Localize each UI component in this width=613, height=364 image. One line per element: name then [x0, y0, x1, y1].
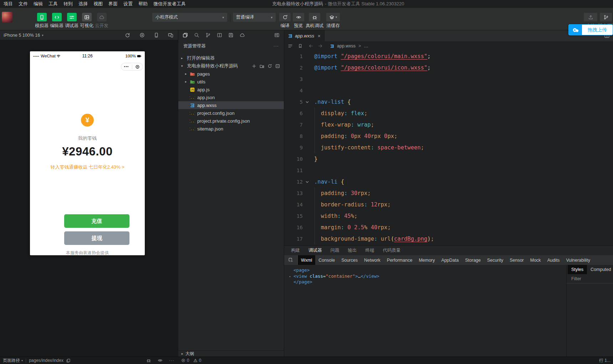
capsule-more-button[interactable]: •••: [121, 65, 132, 68]
menu-item-帮助[interactable]: 帮助: [138, 1, 148, 7]
refresh-explorer-icon[interactable]: [267, 64, 272, 68]
code-line-2[interactable]: 2@import "/pages/colorui/icon.wxss";: [284, 62, 613, 73]
tree-item-project-config-json[interactable]: {..}project.config.json: [178, 109, 284, 117]
more-icon[interactable]: ···: [169, 358, 174, 363]
debug-icon[interactable]: [146, 358, 151, 363]
devtools-tab-memory[interactable]: Memory: [415, 255, 438, 265]
devtools-tab-console[interactable]: Console: [315, 255, 338, 265]
menu-item-微信开发者工具[interactable]: 微信开发者工具: [153, 1, 186, 7]
cloud-icon[interactable]: [240, 32, 245, 38]
new-folder-icon[interactable]: [260, 64, 264, 68]
code-line-10[interactable]: 10}: [284, 153, 613, 165]
devtools-tab-mock[interactable]: Mock: [527, 255, 544, 265]
tree-item-sitemap-json[interactable]: {..}sitemap.json: [178, 125, 284, 133]
code-line-11[interactable]: 11: [284, 165, 613, 176]
tree-section-open-editors[interactable]: ▸打开的编辑器: [178, 54, 284, 62]
lingqiantong-link[interactable]: 转入零钱通赚收益 七日年化2.43% >: [30, 164, 145, 170]
panel-toggle-icon[interactable]: [274, 32, 280, 38]
code-line-6[interactable]: 6 display: flex;: [284, 108, 613, 119]
tree-item-app-json[interactable]: {..}app.json: [178, 93, 284, 101]
devtools-tab-wxml[interactable]: Wxml: [298, 255, 315, 265]
recharge-button[interactable]: 充值: [64, 214, 129, 228]
chevron-right-icon[interactable]: ▸: [289, 274, 291, 280]
panel-tab-输出[interactable]: 输出: [348, 247, 357, 253]
wxml-node-0[interactable]: <page>: [289, 267, 566, 273]
device-frame-icon[interactable]: [154, 32, 159, 38]
devtools-tab-storage[interactable]: Storage: [462, 255, 484, 265]
tab-app-wxss[interactable]: app.wxss ×: [284, 30, 325, 41]
tree-item-app-wxss[interactable]: app.wxss: [178, 101, 284, 109]
copy-path-icon[interactable]: [66, 358, 71, 363]
code-line-3[interactable]: 3: [284, 73, 613, 85]
code-line-4[interactable]: 4: [284, 85, 613, 96]
code-line-1[interactable]: 1@import "/pages/colorui/main.wxss";: [284, 51, 613, 62]
cursor-position[interactable]: 行 1...: [599, 357, 611, 364]
toolbar-device-debug-button[interactable]: 真机调试: [305, 13, 324, 29]
menu-item-文件[interactable]: 文件: [19, 1, 28, 7]
panel-tab-终端[interactable]: 终端: [366, 247, 374, 253]
navigate-back-icon[interactable]: [308, 43, 313, 48]
styles-tab-styles[interactable]: Styles: [568, 265, 587, 274]
wxml-node-1[interactable]: ▸<view class="container">…</view>: [289, 273, 566, 280]
capsule-close-button[interactable]: [132, 65, 143, 69]
panel-tab-调试器[interactable]: 调试器: [308, 247, 322, 253]
bookmark-icon[interactable]: [298, 43, 303, 48]
close-icon[interactable]: ×: [318, 34, 321, 39]
wxml-node-2[interactable]: </page>: [289, 279, 566, 285]
code-line-12[interactable]: 12.nav-li {: [284, 176, 613, 188]
breadcrumb-more[interactable]: …: [364, 43, 368, 48]
device-selector[interactable]: iPhone 5 100% 16 ▾: [4, 33, 44, 38]
menu-item-视图[interactable]: 视图: [93, 1, 103, 7]
devtools-tab-security[interactable]: Security: [484, 255, 506, 265]
navigate-forward-icon[interactable]: [318, 43, 323, 48]
code-line-16[interactable]: 16 margin: 0 2.5% 40rpx;: [284, 222, 613, 233]
devtools-tab-performance[interactable]: Performance: [384, 255, 416, 265]
panel-tab-问题[interactable]: 问题: [331, 247, 339, 253]
devtools-tab-appdata[interactable]: AppData: [438, 255, 462, 265]
files-icon[interactable]: [183, 32, 188, 38]
fold-chevron-icon[interactable]: [303, 100, 311, 104]
toolbar-editor-button[interactable]: 编辑器: [50, 13, 64, 29]
version-control-button[interactable]: [600, 13, 612, 21]
fold-chevron-icon[interactable]: [303, 180, 311, 184]
tree-item-app-js[interactable]: JSapp.js: [178, 86, 284, 93]
mode-select[interactable]: 小程序模式 ▾: [152, 13, 227, 22]
devtools-tab-sensor[interactable]: Sensor: [506, 255, 527, 265]
search-icon[interactable]: [194, 32, 199, 38]
collapse-all-icon[interactable]: [275, 64, 280, 68]
menu-item-选择[interactable]: 选择: [78, 1, 88, 7]
menu-item-项目[interactable]: 项目: [4, 1, 13, 7]
withdraw-button[interactable]: 提现: [64, 231, 129, 245]
devtools-tab-audits[interactable]: Audits: [544, 255, 563, 265]
menu-item-设置[interactable]: 设置: [123, 1, 133, 7]
panel-tab-代码质量[interactable]: 代码质量: [383, 247, 401, 253]
tree-item-project-private-config-json[interactable]: {..}project.private.config.json: [178, 117, 284, 125]
avatar[interactable]: [2, 12, 12, 22]
multi-device-icon[interactable]: [168, 32, 173, 38]
compile-mode-select[interactable]: 普通编译 ▾: [233, 13, 276, 22]
code-editor[interactable]: 1@import "/pages/colorui/main.wxss";2@im…: [284, 51, 613, 245]
styles-filter-input[interactable]: Filter: [567, 274, 613, 283]
toolbar-clear-cache-button[interactable]: ▾清缓存: [323, 13, 343, 29]
code-line-7[interactable]: 7 flex-wrap: wrap;: [284, 119, 613, 130]
more-actions-icon[interactable]: ···: [274, 43, 279, 48]
toolbar-preview-button[interactable]: 预览: [291, 13, 306, 29]
page-path-dropdown[interactable]: 页面路径 ▾: [3, 358, 23, 364]
menu-item-编辑[interactable]: 编辑: [34, 1, 43, 7]
menu-item-工具[interactable]: 工具: [48, 1, 58, 7]
toolbar-cloud-dev-button[interactable]: 云开发: [94, 13, 109, 29]
tree-item-utils[interactable]: ▸utils: [178, 78, 284, 86]
preview-icon[interactable]: [158, 358, 163, 363]
git-branch-icon[interactable]: [205, 32, 211, 38]
split-view-icon[interactable]: [217, 32, 222, 38]
toolbar-simulator-button[interactable]: 模拟器: [35, 13, 49, 29]
toolbar-visual-button[interactable]: 可视化: [80, 13, 94, 29]
problems-summary[interactable]: 0 0: [181, 357, 204, 364]
toolbar-debugger-button[interactable]: 调试器: [65, 13, 79, 29]
menu-item-转到[interactable]: 转到: [63, 1, 73, 7]
tree-item-pages[interactable]: ▸pages: [178, 70, 284, 78]
toolbar-compile-button[interactable]: 编译: [278, 13, 292, 29]
inspect-element-button[interactable]: [284, 255, 298, 265]
tree-section-project[interactable]: ▾充电余额特效小程序源码: [178, 62, 284, 70]
drag-upload-pill[interactable]: 拖拽上传: [568, 24, 613, 35]
